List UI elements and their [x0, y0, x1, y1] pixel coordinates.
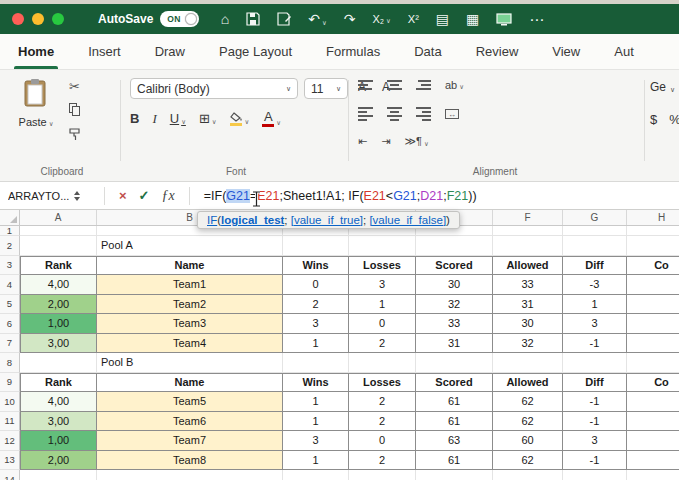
cell-G14[interactable]	[563, 470, 627, 480]
underline-button[interactable]: U∨	[170, 111, 186, 126]
cell-G3[interactable]: Diff	[563, 256, 627, 276]
tab-formulas[interactable]: Formulas	[326, 34, 380, 69]
cell-B13[interactable]: Team8	[97, 451, 283, 471]
tab-draw[interactable]: Draw	[155, 34, 185, 69]
cell-E10[interactable]: 61	[416, 392, 493, 412]
cell-E6[interactable]: 33	[416, 314, 493, 334]
column-header-F[interactable]: F	[493, 210, 563, 225]
tooltip-link[interactable]: [value_if_true]	[291, 214, 363, 226]
autosave-switch[interactable]: ON	[160, 11, 198, 27]
cell-H5[interactable]	[627, 295, 679, 315]
cell-D12[interactable]: 0	[349, 431, 416, 451]
cell-H3[interactable]: Co	[627, 256, 679, 276]
cell-F8[interactable]	[493, 353, 563, 373]
cell-H6[interactable]	[627, 314, 679, 334]
cell-G2[interactable]	[563, 236, 627, 256]
more-commands-button[interactable]: ⋯	[529, 12, 545, 27]
column-header-G[interactable]: G	[563, 210, 627, 225]
row-header-13[interactable]: 13	[0, 451, 20, 471]
undo-button[interactable]: ↶∨	[308, 12, 327, 26]
cell-F9[interactable]: Allowed	[493, 373, 563, 393]
paste-button[interactable]: Paste∨	[14, 78, 58, 128]
cell-C8[interactable]	[283, 353, 349, 373]
insert-function-button[interactable]: ƒx	[162, 189, 175, 203]
cell-A2[interactable]	[20, 236, 97, 256]
name-box[interactable]: ARRAYTO...	[0, 182, 96, 209]
cell-D3[interactable]: Losses	[349, 256, 416, 276]
close-button[interactable]	[12, 13, 24, 25]
merge-center-button[interactable]: ↔	[445, 109, 459, 119]
cell-G1[interactable]	[563, 226, 627, 236]
tooltip-link[interactable]: [value_if_false]	[369, 214, 446, 226]
cell-F13[interactable]: 62	[493, 451, 563, 471]
cell-D11[interactable]: 2	[349, 412, 416, 432]
cell-A14[interactable]	[20, 470, 97, 480]
tab-review[interactable]: Review	[476, 34, 519, 69]
cell-B3[interactable]: Name	[97, 256, 283, 276]
font-name-select[interactable]: Calibri (Body) ∨	[130, 78, 298, 99]
cell-G6[interactable]: 3	[563, 314, 627, 334]
cell-A1[interactable]	[20, 226, 97, 236]
cell-B4[interactable]: Team1	[97, 275, 283, 295]
cell-C11[interactable]: 1	[283, 412, 349, 432]
cell-C5[interactable]: 2	[283, 295, 349, 315]
cell-F2[interactable]	[493, 236, 563, 256]
align-bottom-icon[interactable]	[416, 80, 431, 90]
cell-E13[interactable]: 61	[416, 451, 493, 471]
row-header-8[interactable]: 8	[0, 353, 20, 373]
cell-D6[interactable]: 0	[349, 314, 416, 334]
insert-table-icon[interactable]: ▤	[436, 12, 449, 26]
cell-A10[interactable]: 4,00	[20, 392, 97, 412]
align-top-icon[interactable]	[358, 80, 373, 90]
cell-D5[interactable]: 1	[349, 295, 416, 315]
cell-E4[interactable]: 30	[416, 275, 493, 295]
save-icon[interactable]	[246, 12, 260, 26]
row-header-12[interactable]: 12	[0, 431, 20, 451]
row-header-3[interactable]: 3	[0, 256, 20, 276]
cell-B8[interactable]: Pool B	[97, 353, 283, 373]
decrease-indent-button[interactable]: ⇤	[358, 135, 367, 148]
cancel-button[interactable]: ×	[119, 189, 127, 202]
cell-B14[interactable]	[97, 470, 283, 480]
cell-C7[interactable]: 1	[283, 334, 349, 354]
cell-C2[interactable]	[283, 236, 349, 256]
cell-D2[interactable]	[349, 236, 416, 256]
row-header-2[interactable]: 2	[0, 236, 20, 256]
cell-A8[interactable]	[20, 353, 97, 373]
align-left-icon[interactable]	[358, 107, 373, 121]
cell-A13[interactable]: 2,00	[20, 451, 97, 471]
cell-C13[interactable]: 1	[283, 451, 349, 471]
cell-E9[interactable]: Scored	[416, 373, 493, 393]
text-orientation-button[interactable]: ≫¶∨	[404, 135, 428, 148]
cell-F4[interactable]: 33	[493, 275, 563, 295]
cell-E12[interactable]: 63	[416, 431, 493, 451]
formula-text[interactable]: =IF(G21=E21;Sheet1!A1; IF(E21<G21;D21;F2…	[204, 189, 477, 203]
cell-H14[interactable]	[627, 470, 679, 480]
cell-E7[interactable]: 31	[416, 334, 493, 354]
cell-D14[interactable]	[349, 470, 416, 480]
cell-B12[interactable]: Team7	[97, 431, 283, 451]
cell-H7[interactable]	[627, 334, 679, 354]
name-box-stepper[interactable]	[74, 191, 80, 201]
align-center-icon[interactable]	[387, 107, 402, 121]
cell-B9[interactable]: Name	[97, 373, 283, 393]
cell-C3[interactable]: Wins	[283, 256, 349, 276]
cell-F10[interactable]: 62	[493, 392, 563, 412]
cell-E14[interactable]	[416, 470, 493, 480]
tooltip-link[interactable]: IF	[207, 214, 217, 226]
cell-H12[interactable]	[627, 431, 679, 451]
cell-G9[interactable]: Diff	[563, 373, 627, 393]
tab-home[interactable]: Home	[18, 34, 54, 69]
row-header-1[interactable]: 1	[0, 226, 20, 236]
cell-E3[interactable]: Scored	[416, 256, 493, 276]
align-middle-icon[interactable]	[387, 80, 402, 90]
row-header-11[interactable]: 11	[0, 412, 20, 432]
cell-H9[interactable]: Co	[627, 373, 679, 393]
cell-E2[interactable]	[416, 236, 493, 256]
cell-H10[interactable]	[627, 392, 679, 412]
redo-button[interactable]: ↷	[344, 12, 356, 26]
cell-G7[interactable]: -1	[563, 334, 627, 354]
bold-button[interactable]: B	[130, 111, 139, 126]
cell-C9[interactable]: Wins	[283, 373, 349, 393]
cell-G10[interactable]: -1	[563, 392, 627, 412]
